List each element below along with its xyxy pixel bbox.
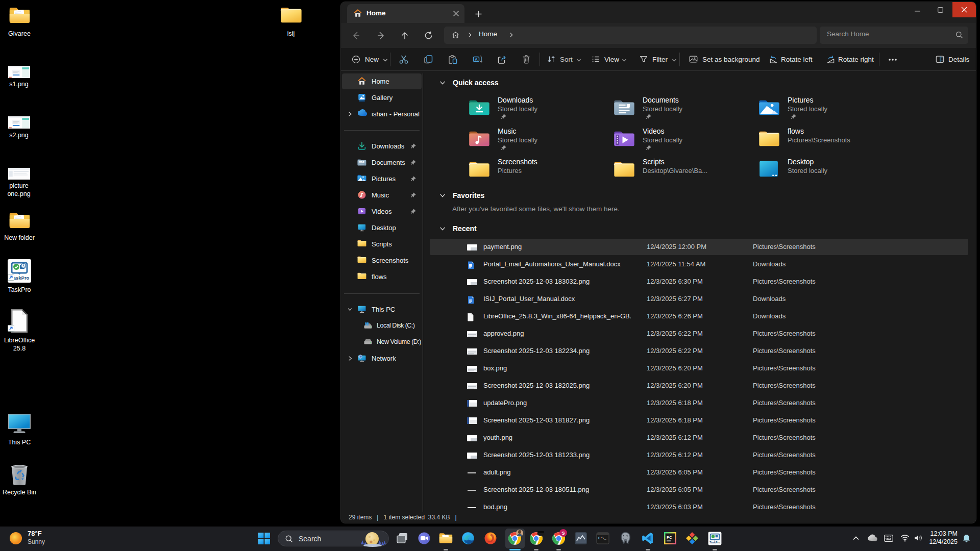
svg-text:A: A [475,57,478,62]
svg-text:C:\_: C:\_ [598,537,606,540]
svg-text:PC: PC [667,535,672,540]
svg-text:TaskPro: TaskPro [709,541,720,544]
